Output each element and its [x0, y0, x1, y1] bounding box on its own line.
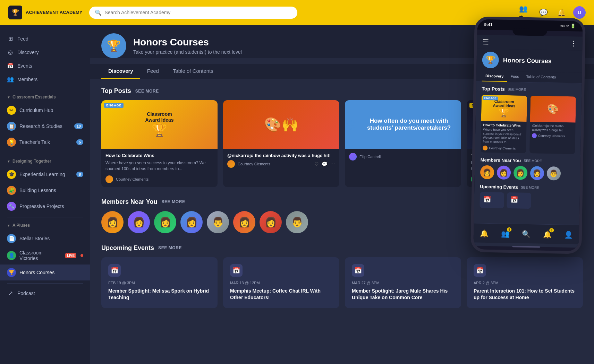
sidebar-item-feed[interactable]: ⊞ Feed	[0, 32, 90, 45]
phone-post-1-avatar	[483, 145, 487, 150]
phone-nav-notifications[interactable]: 🔔 8	[540, 227, 554, 241]
phone-member-4[interactable]: 👩	[530, 166, 544, 180]
phone-header: ☰ ⋮	[477, 35, 583, 50]
sidebar-item-curriculum-hub[interactable]: ✂ Curriculum Hub	[0, 102, 90, 118]
sidebar-item-podcast[interactable]: ↗ Podcast	[0, 286, 90, 300]
post-card-3[interactable]: ⊕ How often do you meet with students' p…	[345, 100, 461, 187]
phone-see-more-events[interactable]: SEE MORE	[521, 185, 539, 189]
member-avatar-6[interactable]: 👩	[233, 211, 255, 233]
phone-post-1[interactable]: ENGAGE ClassroomAward Ideas 🏆 How to Cel…	[481, 95, 527, 153]
post-card-2-image: 🎨🙌	[223, 100, 339, 149]
sidebar-item-label: Progressive Projects	[19, 203, 64, 209]
section-designing-together: ▼ Designing Together	[0, 156, 90, 166]
sidebar-item-label: Podcast	[17, 291, 35, 296]
phone-nav-groups[interactable]: 👥 5	[498, 226, 512, 241]
post-2-avatar	[227, 160, 235, 168]
event-calendar-icon-4: 📅	[474, 264, 486, 277]
member-avatar-5[interactable]: 👨	[207, 211, 229, 233]
member-avatar-1[interactable]: 👩	[101, 211, 124, 233]
phone-more-icon[interactable]: ⋮	[570, 39, 577, 47]
post-3-avatar	[349, 153, 357, 161]
post-card-2[interactable]: 🎨🙌 @nickarrojo the rainbow activity was …	[223, 100, 339, 187]
divider-3	[7, 217, 83, 217]
phone-member-1[interactable]: 👩	[480, 165, 494, 179]
phone-nav-profile[interactable]: 👤	[561, 227, 576, 242]
phone-post-2-avatar	[532, 133, 537, 138]
event-card-2[interactable]: 📅 MAR 13 @ 12PM Memphis Meetup: Coffee C…	[223, 257, 339, 308]
sidebar-item-research-studies[interactable]: 📋 Research & Studies 10	[0, 118, 90, 134]
phone-tab-feed[interactable]: Feed	[507, 71, 523, 82]
more-icon[interactable]: ⋯	[330, 161, 335, 167]
phone-members-title: Members Near You	[481, 157, 521, 163]
phone-event-1[interactable]: 📅	[480, 192, 504, 208]
podcast-icon: ↗	[7, 290, 14, 296]
sidebar-item-progressive-projects[interactable]: 🔧 Progressive Projects	[0, 198, 90, 214]
divider-4	[7, 283, 83, 284]
messages-icon[interactable]: 💬	[537, 6, 550, 19]
member-avatar-3[interactable]: 👩	[154, 211, 176, 233]
event-card-3[interactable]: 📅 MAR 27 @ 3PM Member Spotlight: Jareg M…	[345, 257, 461, 308]
phone-tab-discovery[interactable]: Discovery	[482, 71, 507, 82]
phone-member-3[interactable]: 👩	[514, 166, 528, 180]
member-avatar-8[interactable]: 👨	[286, 211, 308, 233]
search-input[interactable]	[104, 10, 292, 15]
honors-courses-icon: 🏆	[7, 268, 16, 277]
post-card-1[interactable]: ENGAGE ClassroomAward Ideas 🏆 How to Cel…	[101, 100, 218, 187]
member-avatar-7[interactable]: 👩	[260, 211, 282, 233]
phone-post-2[interactable]: 🎨 @nickarrojo the rainbo activity was a …	[529, 96, 576, 154]
sidebar-item-building-lessons[interactable]: 🧩 Building Lessons	[0, 182, 90, 198]
comment-icon[interactable]: 💬	[322, 161, 328, 167]
sidebar-item-stellar-stories[interactable]: 📄 Stellar Stories	[0, 231, 90, 246]
member-avatar-4[interactable]: 👩	[180, 211, 203, 233]
tab-feed[interactable]: Feed	[140, 64, 166, 79]
sidebar-item-label: Curriculum Hub	[19, 107, 53, 113]
member-avatar-2[interactable]: 👩	[128, 211, 150, 233]
phone-post-1-author: Courtney Clements	[489, 146, 516, 150]
phone-event-2[interactable]: 📅	[507, 192, 531, 209]
event-card-1[interactable]: 📅 FEB 19 @ 3PM Member Spotlight: Melissa…	[101, 257, 218, 308]
event-3-date: MAR 27 @ 3PM	[352, 281, 454, 285]
phone-nav-home[interactable]: 🔔	[477, 226, 491, 240]
events-see-more[interactable]: SEE MORE	[158, 245, 182, 250]
sidebar-item-discovery[interactable]: ◎ Discovery	[0, 45, 90, 59]
phone-tab-toc[interactable]: Table of Contents	[523, 72, 559, 83]
phone-menu-icon[interactable]: ☰	[482, 38, 489, 46]
tab-table-of-contents[interactable]: Table of Contents	[166, 64, 220, 79]
phone-see-more-members[interactable]: SEE MORE	[524, 159, 542, 163]
sidebar-item-events[interactable]: 📅 Events	[0, 59, 90, 72]
event-card-4[interactable]: 📅 APR 2 @ 3PM Parent Interaction 101: Ho…	[467, 257, 583, 308]
phone-post-2-image: 🎨	[530, 96, 576, 122]
like-icon[interactable]: ♡	[314, 161, 319, 167]
phone-members-row: 👩 👩 👩 👩 👨	[480, 165, 575, 181]
sidebar-item-teachers-talk[interactable]: 💡 Teacher's Talk 5	[0, 134, 90, 150]
search-icon: 🔍	[95, 9, 102, 16]
classroom-victories-icon: 👤	[7, 251, 16, 260]
phone-nav-search[interactable]: 🔍	[519, 227, 534, 241]
live-dot	[80, 254, 83, 257]
divider-1	[7, 89, 83, 89]
post-1-author: Courtney Clements	[116, 177, 148, 181]
members-see-more[interactable]: SEE MORE	[161, 199, 185, 204]
divider-2	[7, 153, 83, 153]
research-icon: 📋	[7, 122, 16, 131]
phone-post-1-title: How to Celebrate Wins	[483, 123, 524, 128]
live-badge: LIVE	[65, 253, 76, 258]
notifications-icon[interactable]: 🔔	[555, 6, 568, 19]
phone-see-more-posts[interactable]: SEE MORE	[508, 87, 526, 91]
sidebar-item-experiential-learning[interactable]: 🎓 Experiential Learning 8	[0, 166, 90, 182]
sidebar-item-members[interactable]: 👥 Members	[0, 72, 90, 86]
sidebar-item-honors-courses[interactable]: 🏆 Honors Courses	[0, 265, 90, 280]
members-icon: 👥	[7, 76, 14, 83]
event-1-title: Member Spotlight: Melissa Spork on Hybri…	[108, 288, 211, 301]
search-bar[interactable]: 🔍	[89, 7, 297, 19]
top-posts-see-more[interactable]: SEE MORE	[135, 89, 159, 94]
event-calendar-icon-3: 📅	[352, 264, 364, 277]
phone-time: 9:41	[484, 22, 492, 27]
tab-discovery[interactable]: Discovery	[101, 64, 140, 79]
phone-member-5[interactable]: 👨	[547, 166, 561, 181]
coin-icon: ⊕	[345, 116, 357, 132]
post-1-footer: Courtney Clements	[105, 175, 213, 183]
phone-member-2[interactable]: 👩	[497, 165, 511, 180]
sidebar-item-classroom-victories[interactable]: 👤 Classroom Victories LIVE	[0, 246, 90, 265]
user-avatar[interactable]: U	[573, 6, 586, 19]
